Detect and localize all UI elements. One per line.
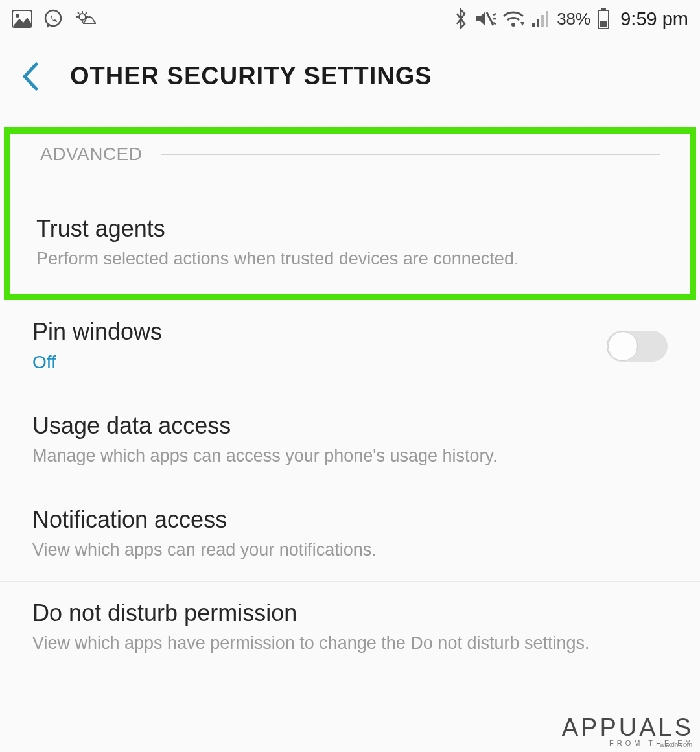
highlight-annotation: ADVANCED Trust agents Perform selected a… [4,127,696,300]
gallery-icon [12,10,32,28]
svg-rect-6 [532,23,535,27]
setting-title: Do not disturb permission [32,600,668,627]
settings-list: Pin windows Off Usage data access Manage… [0,300,700,674]
setting-title: Notification access [32,506,668,534]
setting-trust-agents[interactable]: Trust agents Perform selected actions wh… [10,165,690,294]
battery-percent-text: 38% [557,9,590,29]
pin-windows-toggle[interactable] [607,331,668,362]
watermark: APPUALS FROM THE EX wsxdn.com [562,714,694,747]
setting-usage-data-access[interactable]: Usage data access Manage which apps can … [0,394,700,488]
svg-point-3 [79,14,86,20]
svg-point-5 [511,23,515,27]
setting-title: Usage data access [32,412,668,440]
status-left-icons [12,8,100,29]
setting-notification-access[interactable]: Notification access View which apps can … [0,488,700,582]
status-right-icons: 38% 9:59 pm [454,8,688,30]
setting-dnd-permission[interactable]: Do not disturb permission View which app… [0,582,700,674]
wifi-icon [502,10,524,28]
section-divider [161,154,660,155]
setting-subtitle: View which apps can read your notificati… [32,539,668,561]
setting-subtitle: View which apps have permission to chang… [32,632,668,655]
section-header-advanced: ADVANCED [10,134,690,165]
setting-pin-windows[interactable]: Pin windows Off [0,300,700,394]
signal-icon [531,10,549,28]
battery-icon [597,8,610,29]
svg-rect-12 [600,21,607,27]
setting-title: Trust agents [36,215,664,242]
svg-rect-8 [541,15,544,27]
toggle-knob [608,331,638,361]
watermark-source: wsxdn.com [660,741,692,748]
setting-state: Off [32,351,594,374]
svg-point-1 [16,14,19,18]
page-title: OTHER SECURITY SETTINGS [70,62,432,90]
setting-title: Pin windows [32,318,594,346]
section-label: ADVANCED [40,144,143,165]
watermark-brand: APPUALS [562,714,694,742]
status-bar: 38% 9:59 pm [0,0,700,38]
mute-vibrate-icon [474,8,496,29]
whatsapp-icon [43,8,64,29]
svg-line-4 [487,12,493,25]
back-button[interactable] [14,62,47,91]
setting-subtitle: Manage which apps can access your phone'… [32,445,668,467]
setting-subtitle: Perform selected actions when trusted de… [36,248,664,270]
svg-rect-9 [546,11,548,27]
app-bar: OTHER SECURITY SETTINGS [0,38,700,115]
weather-icon [74,9,100,29]
svg-rect-7 [537,19,539,27]
chevron-left-icon [21,62,40,91]
bluetooth-icon [454,8,467,29]
clock-text: 9:59 pm [620,8,688,30]
